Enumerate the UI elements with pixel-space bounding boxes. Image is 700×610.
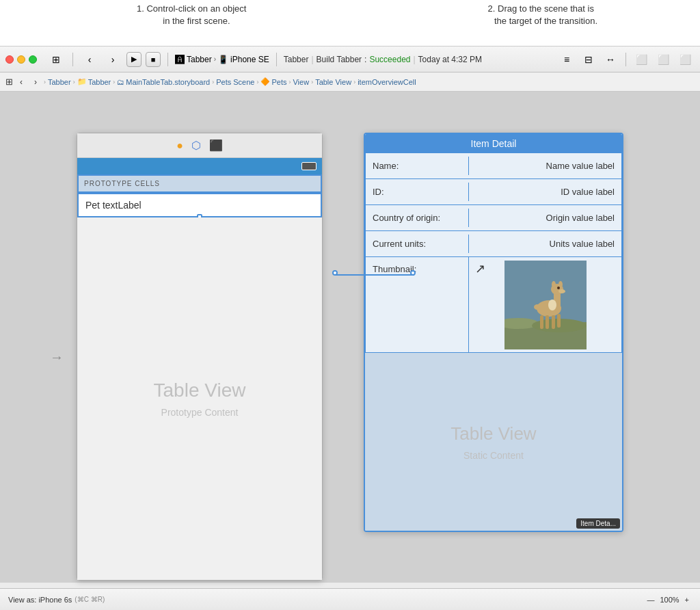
build-time: Today at 4:32 PM	[418, 55, 482, 64]
play-icon: ▶	[131, 55, 137, 64]
svg-point-9	[557, 287, 560, 289]
stop-button[interactable]: ■	[146, 52, 161, 67]
table-view-body: Table View Prototype Content	[77, 217, 322, 580]
utilities-toggle[interactable]: ⬜	[675, 52, 695, 67]
item-detail-header: Item Detail	[365, 134, 622, 153]
debug-panel-icon: ⬜	[658, 54, 669, 65]
breadcrumb-tabber2[interactable]: 📁 Tabber	[77, 77, 111, 86]
editor-version-button[interactable]: ↔	[601, 52, 620, 67]
minimize-button[interactable]	[17, 55, 25, 64]
breadcrumb-cell[interactable]: itemOverviewCell	[358, 78, 416, 86]
breadcrumb-tabber[interactable]: Tabber	[48, 78, 71, 86]
scene-left: → ● ⬡ ⬛ PROTOTYPE CELLS Pet textLabel Ta…	[77, 133, 323, 581]
detail-table-sublabel: Static Content	[463, 450, 524, 461]
breadcrumb-tableview[interactable]: Table View	[315, 78, 351, 86]
id-row: ID: ID value label	[365, 179, 622, 205]
cursor-arrow: ↗	[475, 261, 485, 276]
item-detail-badge: Item Deta...	[576, 518, 620, 529]
view-shortcut: (⌘C ⌘R)	[75, 596, 105, 603]
close-button[interactable]	[5, 55, 14, 64]
grid-nav-icon[interactable]: ⊞	[5, 77, 13, 87]
debug-toggle[interactable]: ⬜	[654, 52, 673, 67]
navigator-toggle[interactable]: ⬜	[632, 52, 651, 67]
connection-dot-left	[332, 270, 338, 276]
annotation-step1: 1. Control-click on an object in the fir…	[137, 3, 246, 27]
name-label: Name:	[366, 157, 468, 175]
zoom-minus-button[interactable]: —	[644, 596, 657, 604]
scene-right: Item Detail Name: Name value label ID: I…	[364, 133, 623, 532]
stop-icon: ■	[151, 55, 156, 64]
toolbar-right-buttons: ≡ ⊟ ↔ ⬜ ⬜ ⬜	[557, 52, 695, 67]
view-as-label: View as: iPhone 6s	[8, 596, 72, 604]
units-row: Current units: Units value label	[365, 231, 622, 257]
id-label: ID:	[366, 183, 468, 201]
project-name: Tabber	[284, 55, 309, 64]
detail-table-view-label: Table View	[450, 423, 536, 445]
units-label: Current units:	[366, 235, 468, 253]
traffic-lights	[5, 55, 37, 64]
build-result: Succeeded	[369, 55, 410, 64]
breadcrumb-view[interactable]: View	[293, 78, 309, 86]
back-button[interactable]: ‹	[80, 52, 99, 67]
annotation-step2: 2. Drag to the scene that is the target …	[485, 3, 597, 27]
icon-red: ⬛	[209, 139, 223, 152]
pet-cell-row[interactable]: Pet textLabel	[77, 193, 322, 217]
prototype-cells-label: PROTOTYPE CELLS	[84, 180, 315, 187]
svg-point-15	[534, 304, 541, 310]
thumbnail-row: Thumbnail:	[365, 257, 622, 353]
utilities-panel-icon: ⬜	[679, 54, 691, 65]
breadcrumb-pets-scene[interactable]: Pets Scene	[216, 78, 254, 86]
zoom-controls: — 100% +	[644, 596, 692, 604]
storyboard-icon: 🗂	[117, 78, 124, 86]
separator-pipe: |	[311, 55, 313, 64]
grid-view-button[interactable]: ⊞	[46, 52, 66, 67]
entry-arrow: →	[50, 349, 64, 364]
separator3	[276, 53, 277, 66]
annotation-area: 1. Control-click on an object in the fir…	[0, 0, 700, 47]
detail-table-footer: Table View Static Content	[365, 353, 622, 531]
pets-icon: 🔶	[260, 77, 270, 86]
maximize-button[interactable]	[29, 55, 37, 64]
connection-line	[335, 274, 414, 276]
units-value: Units value label	[468, 235, 621, 253]
separator	[72, 53, 73, 66]
app-selector[interactable]: 🅰 Tabber › 📱 iPhone SE	[175, 54, 269, 65]
thumbnail-image	[468, 257, 621, 352]
icon-blue: ⬡	[191, 139, 201, 152]
zoom-level: 100%	[660, 596, 679, 604]
id-value: ID value label	[468, 183, 621, 201]
breadcrumb-pets[interactable]: 🔶 Pets	[260, 77, 286, 86]
nav-back[interactable]: ‹	[15, 76, 27, 88]
separator-pipe2: |	[413, 55, 415, 64]
status-left: View as: iPhone 6s (⌘C ⌘R)	[8, 596, 105, 604]
lines-icon: ≡	[564, 54, 569, 65]
app-icon: 🅰	[175, 54, 185, 65]
svg-rect-13	[552, 315, 555, 329]
chevron-icon: ›	[214, 55, 216, 63]
battery-icon	[301, 162, 317, 170]
toolbar: ⊞ ‹ › ▶ ■ 🅰 Tabber › 📱 iPhone SE Tabber …	[0, 47, 700, 72]
svg-rect-14	[557, 314, 561, 328]
forward-button[interactable]: ›	[103, 52, 122, 67]
breadcrumb-storyboard[interactable]: 🗂 MainTableTab.storyboard	[117, 78, 210, 86]
separator2	[167, 53, 168, 66]
nav-forward[interactable]: ›	[29, 76, 42, 88]
phone-icon: 📱	[218, 55, 228, 64]
country-row: Country of origin: Origin value label	[365, 205, 622, 231]
build-action: Build Tabber	[317, 55, 362, 64]
connection-dot-right	[410, 270, 416, 276]
editor-standard-button[interactable]: ≡	[557, 52, 576, 67]
name-row: Name: Name value label	[365, 153, 622, 179]
editor-assistant-button[interactable]: ⊟	[579, 52, 598, 67]
table-view-subtitle: Prototype Content	[161, 407, 239, 418]
play-button[interactable]: ▶	[126, 52, 142, 67]
status-bar-sim	[77, 158, 322, 174]
zoom-plus-button[interactable]: +	[682, 596, 692, 604]
svg-rect-11	[540, 315, 543, 329]
svg-point-7	[552, 281, 556, 288]
name-value: Name value label	[468, 157, 621, 175]
svg-rect-12	[546, 315, 549, 329]
svg-point-10	[558, 289, 565, 293]
device-name: iPhone SE	[230, 55, 269, 64]
icon-orange: ●	[176, 140, 183, 152]
